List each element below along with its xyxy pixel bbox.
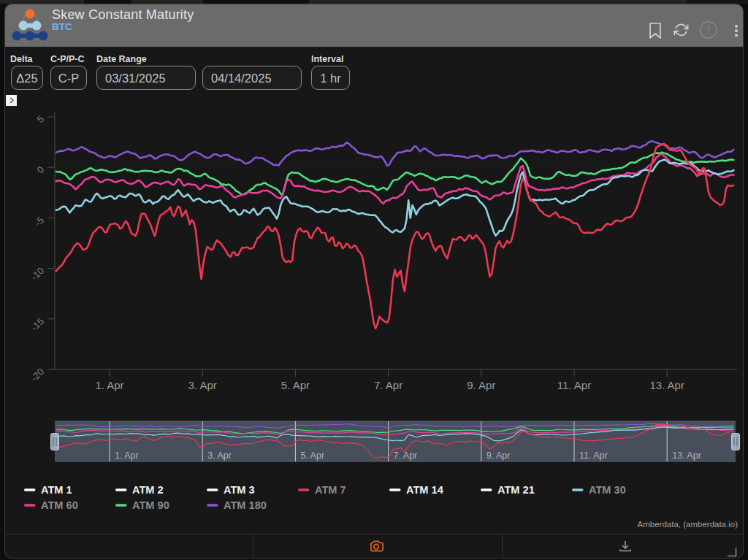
svg-text:7. Apr: 7. Apr — [394, 450, 418, 461]
svg-text:11. Apr: 11. Apr — [579, 450, 608, 461]
svg-text:9. Apr: 9. Apr — [486, 450, 511, 461]
svg-text:ATM 7: ATM 7 — [315, 484, 346, 496]
svg-text:-15: -15 — [28, 315, 46, 333]
svg-text:ATM 180: ATM 180 — [224, 499, 267, 511]
svg-text:ATM 60: ATM 60 — [41, 499, 78, 511]
svg-text:Amberdata, (amberdata.io): Amberdata, (amberdata.io) — [638, 520, 739, 529]
svg-text:0: 0 — [34, 164, 46, 176]
svg-text:3. Apr: 3. Apr — [188, 379, 217, 391]
svg-text:-10: -10 — [28, 265, 46, 283]
svg-text:ATM 90: ATM 90 — [132, 499, 169, 511]
svg-text:13. Apr: 13. Apr — [649, 379, 684, 391]
svg-text:ATM 3: ATM 3 — [224, 484, 255, 496]
svg-text:ATM 2: ATM 2 — [132, 484, 164, 496]
svg-text:5. Apr: 5. Apr — [281, 379, 310, 391]
svg-text:11. Apr: 11. Apr — [557, 379, 591, 391]
svg-text:9. Apr: 9. Apr — [467, 379, 495, 391]
svg-text:5: 5 — [34, 114, 46, 126]
svg-text:5. Apr: 5. Apr — [300, 450, 324, 461]
svg-text:3. Apr: 3. Apr — [207, 450, 232, 461]
svg-text:-20: -20 — [28, 367, 46, 384]
svg-text:1. Apr: 1. Apr — [95, 379, 123, 391]
svg-text:ATM 1: ATM 1 — [41, 484, 72, 496]
svg-text:1. Apr: 1. Apr — [115, 450, 139, 461]
svg-text:-5: -5 — [32, 215, 46, 229]
svg-text:ATM 14: ATM 14 — [406, 484, 444, 496]
svg-text:ATM 21: ATM 21 — [497, 484, 535, 496]
svg-text:ATM 30: ATM 30 — [589, 484, 626, 496]
svg-text:7. Apr: 7. Apr — [374, 379, 402, 391]
svg-text:13. Apr: 13. Apr — [672, 450, 701, 461]
